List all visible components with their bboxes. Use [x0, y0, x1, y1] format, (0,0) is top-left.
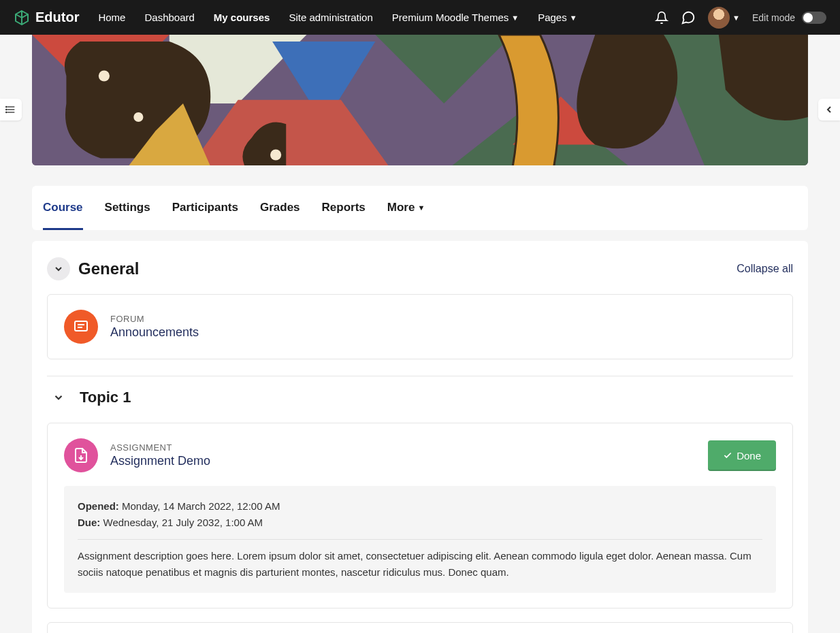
bell-icon	[655, 11, 668, 25]
tab-more[interactable]: More▼	[387, 186, 425, 230]
user-menu[interactable]: ▼	[708, 7, 740, 29]
tab-participants[interactable]: Participants	[172, 186, 238, 230]
list-icon	[5, 104, 16, 115]
drawer-open-right[interactable]	[818, 99, 840, 120]
chevron-down-icon: ▼	[732, 14, 740, 22]
nav-items: Home Dashboard My courses Site administr…	[98, 12, 655, 23]
nav-home[interactable]: Home	[98, 12, 125, 23]
svg-point-17	[270, 149, 281, 160]
tab-settings[interactable]: Settings	[105, 186, 150, 230]
section-topic1-title: Topic 1	[80, 389, 131, 406]
main-content: Course Settings Participants Grades Repo…	[18, 35, 822, 633]
svg-point-3	[6, 106, 7, 107]
activity-meta: FORUM Announcements	[110, 314, 776, 340]
detail-divider	[78, 539, 762, 540]
collapse-toggle-topic1[interactable]	[47, 386, 70, 409]
nav-site-admin[interactable]: Site administration	[289, 12, 372, 23]
activity-quiz: QUIZ	[47, 622, 793, 633]
chevron-down-icon: ▼	[417, 204, 425, 212]
chevron-left-icon	[824, 104, 835, 115]
detail-opened: Opened: Monday, 14 March 2022, 12:00 AM	[78, 498, 762, 515]
check-icon	[723, 451, 732, 460]
activity-head: ASSIGNMENT Assignment Demo Done	[64, 438, 776, 472]
svg-point-16	[133, 112, 143, 122]
chevron-down-icon: ▼	[570, 14, 577, 22]
section-general-header: General Collapse all	[47, 257, 793, 280]
svg-point-4	[6, 109, 7, 110]
section-general-title: General	[78, 259, 139, 278]
tab-grades[interactable]: Grades	[260, 186, 300, 230]
svg-point-15	[99, 70, 110, 81]
collapse-all-link[interactable]: Collapse all	[737, 263, 793, 275]
activity-forum-announcements: FORUM Announcements	[47, 294, 793, 359]
activity-name-link[interactable]: Assignment Demo	[110, 454, 696, 468]
logo-icon	[14, 10, 30, 26]
assignment-icon	[64, 438, 98, 472]
nav-dashboard[interactable]: Dashboard	[144, 12, 194, 23]
tab-course[interactable]: Course	[43, 186, 83, 230]
section-topic1-header: Topic 1	[47, 376, 793, 409]
chevron-down-icon: ▼	[511, 14, 519, 22]
detail-due: Due: Wednesday, 21 July 2032, 1:00 AM	[78, 515, 762, 531]
svg-rect-18	[75, 321, 87, 331]
due-label: Due:	[78, 517, 100, 528]
nav-right: ▼ Edit mode	[655, 7, 826, 29]
notifications-button[interactable]	[655, 11, 668, 25]
activity-assignment-demo: ASSIGNMENT Assignment Demo Done Opened: …	[47, 423, 793, 608]
activity-type-label: ASSIGNMENT	[110, 442, 696, 453]
tab-reports[interactable]: Reports	[322, 186, 366, 230]
activity-head: FORUM Announcements	[64, 310, 776, 344]
done-button[interactable]: Done	[708, 440, 776, 471]
course-tabs-container: Course Settings Participants Grades Repo…	[32, 186, 808, 230]
messages-button[interactable]	[681, 10, 696, 25]
activity-description: Assignment description goes here. Lorem …	[78, 548, 762, 581]
chevron-down-icon	[53, 263, 64, 274]
activity-name-link[interactable]: Announcements	[110, 325, 776, 340]
course-tabs: Course Settings Participants Grades Repo…	[43, 186, 797, 230]
edit-mode-toggle[interactable]	[802, 12, 826, 24]
nav-my-courses[interactable]: My courses	[214, 12, 270, 23]
course-content: General Collapse all FORUM Announcements…	[32, 241, 808, 633]
activity-type-label: FORUM	[110, 314, 776, 324]
drawer-open-left[interactable]	[0, 99, 22, 120]
section-title-wrap: General	[47, 257, 139, 280]
due-value: Wednesday, 21 July 2032, 1:00 AM	[103, 517, 263, 528]
svg-point-5	[6, 112, 7, 112]
chevron-down-icon	[52, 391, 65, 404]
edit-mode-control: Edit mode	[752, 12, 826, 24]
opened-value: Monday, 14 March 2022, 12:00 AM	[122, 500, 280, 512]
nav-premium-themes[interactable]: Premium Moodle Themes▼	[392, 12, 519, 23]
avatar	[708, 7, 730, 29]
edit-mode-label: Edit mode	[752, 12, 795, 23]
activity-details: Opened: Monday, 14 March 2022, 12:00 AM …	[64, 486, 776, 593]
chat-icon	[681, 10, 696, 25]
collapse-toggle-general[interactable]	[47, 257, 70, 280]
banner-artwork	[32, 35, 808, 165]
activity-meta: ASSIGNMENT Assignment Demo	[110, 442, 696, 468]
course-banner	[32, 35, 808, 165]
opened-label: Opened:	[78, 500, 119, 512]
nav-pages[interactable]: Pages▼	[538, 12, 577, 23]
top-navbar: Edutor Home Dashboard My courses Site ad…	[0, 0, 840, 35]
brand-logo[interactable]: Edutor	[14, 10, 79, 26]
forum-icon	[64, 310, 98, 344]
brand-name: Edutor	[35, 10, 79, 25]
